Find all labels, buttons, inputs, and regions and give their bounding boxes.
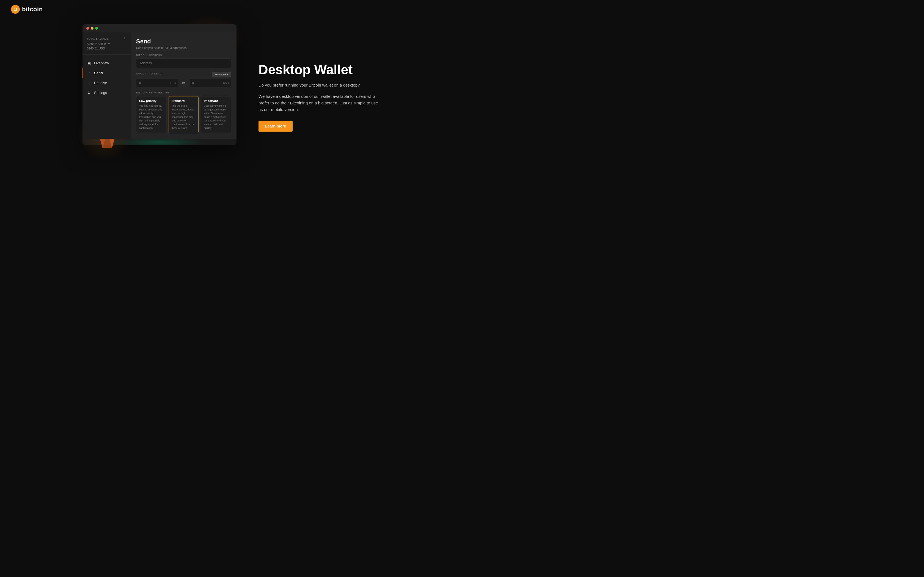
desktop-wallet-description: We have a desktop version of our wallet … — [258, 93, 380, 113]
btc-amount-wrap: BTC — [136, 79, 178, 87]
fee-important-title: Important — [204, 99, 228, 103]
bitcoin-logo: ₿ bitcoin — [11, 5, 43, 14]
fee-label: BITCOIN NETWORK FEE — [136, 91, 231, 94]
usd-currency-label: USD — [223, 82, 229, 85]
top-nav: ₿ bitcoin — [0, 0, 462, 19]
fee-card-standard[interactable]: Standard This will use a moderate fee, d… — [169, 96, 199, 133]
logo-text: bitcoin — [22, 6, 43, 13]
balance-btc: 0.00071000 BTC — [87, 42, 126, 46]
amount-section: AMOUNT TO SEND SEND MAX BTC ⇄ USD — [136, 72, 231, 87]
send-subtitle: Send only to Bitcoin (BTC) addresses. — [136, 46, 231, 50]
receive-icon: ↓ — [87, 81, 91, 85]
nav-label-overview: Overview — [94, 61, 109, 65]
window-body: TOTAL BALANCE: ↻ 0.00071000 BTC $140.31 … — [82, 32, 236, 139]
btc-currency-label: BTC — [171, 82, 176, 85]
desktop-wallet-panel: Desktop Wallet Do you prefer running you… — [258, 24, 380, 132]
overview-icon: ▣ — [87, 61, 91, 65]
balance-label: TOTAL BALANCE: ↻ — [87, 37, 126, 40]
fee-standard-title: Standard — [171, 99, 196, 103]
usd-amount-wrap: USD — [189, 79, 231, 87]
amount-row: BTC ⇄ USD — [136, 79, 231, 87]
app-window-container: TOTAL BALANCE: ↻ 0.00071000 BTC $140.31 … — [82, 24, 236, 145]
send-panel: Send Send only to Bitcoin (BTC) addresse… — [131, 32, 236, 139]
title-bar — [82, 24, 236, 32]
fee-low-title: Low priority — [139, 99, 163, 103]
minimize-button-icon[interactable] — [91, 27, 94, 30]
sidebar-item-send[interactable]: ↑ Send — [82, 68, 131, 78]
swap-icon[interactable]: ⇄ — [180, 80, 187, 86]
fee-options: Low priority You pay less in fees, but y… — [136, 96, 231, 133]
sidebar-item-settings[interactable]: ⚙ Settings — [82, 88, 131, 98]
amount-label: AMOUNT TO SEND — [136, 72, 162, 75]
sidebar: TOTAL BALANCE: ↻ 0.00071000 BTC $140.31 … — [82, 32, 131, 139]
send-icon: ↑ — [87, 71, 91, 75]
main-content: TOTAL BALANCE: ↻ 0.00071000 BTC $140.31 … — [0, 19, 462, 151]
amount-header: AMOUNT TO SEND SEND MAX — [136, 72, 231, 77]
send-max-button[interactable]: SEND MAX — [212, 72, 231, 77]
refresh-icon[interactable]: ↻ — [124, 37, 126, 40]
send-title: Send — [136, 38, 231, 45]
nav-label-send: Send — [94, 71, 103, 75]
nav-label-settings: Settings — [94, 91, 107, 95]
nav-items: ▣ Overview ↑ Send ↓ Receive ⚙ — [82, 58, 131, 98]
fee-card-low[interactable]: Low priority You pay less in fees, but y… — [136, 96, 166, 133]
fee-standard-desc: This will use a moderate fee, during tim… — [171, 104, 196, 130]
nav-label-receive: Receive — [94, 81, 107, 85]
fullscreen-button-icon[interactable] — [95, 27, 98, 30]
settings-icon: ⚙ — [87, 90, 91, 95]
address-input[interactable] — [136, 58, 231, 68]
fee-card-important[interactable]: Important Uses a premium fee to target c… — [201, 96, 231, 133]
fee-low-desc: You pay less in fees, but you consider t… — [139, 104, 163, 130]
close-button-icon[interactable] — [86, 27, 89, 30]
desktop-wallet-title: Desktop Wallet — [258, 63, 380, 77]
desktop-wallet-question: Do you prefer running your Bitcoin walle… — [258, 82, 380, 89]
sidebar-item-receive[interactable]: ↓ Receive — [82, 78, 131, 88]
learn-more-button[interactable]: Learn more — [258, 121, 292, 132]
app-window: TOTAL BALANCE: ↻ 0.00071000 BTC $140.31 … — [82, 24, 236, 145]
fee-important-desc: Uses a premium fee to target confirmatio… — [204, 104, 228, 130]
balance-usd: $140.31 USD — [87, 47, 126, 50]
sidebar-item-overview[interactable]: ▣ Overview — [82, 58, 131, 68]
address-label: BITCOIN ADDRESS — [136, 54, 231, 56]
balance-section: TOTAL BALANCE: ↻ 0.00071000 BTC $140.31 … — [82, 37, 131, 55]
bitcoin-icon: ₿ — [11, 5, 20, 14]
